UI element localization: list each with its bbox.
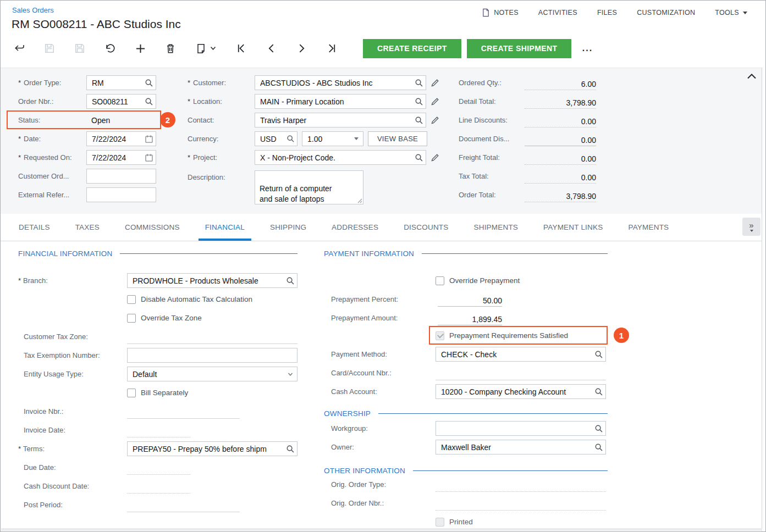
tab-commissions[interactable]: COMMISSIONS [112, 214, 192, 241]
cash-account-field[interactable]: 10200 - Company Checking Account [436, 384, 606, 399]
tab-taxes[interactable]: TAXES [63, 214, 112, 241]
prepayment-amount-field[interactable]: 1,899.45 [438, 311, 502, 325]
search-icon[interactable] [415, 79, 423, 87]
delete-button[interactable] [161, 38, 180, 58]
search-icon[interactable] [594, 387, 603, 396]
tab-addresses[interactable]: ADDRESSES [319, 214, 391, 241]
terms-field[interactable]: PREPAY50 - Prepay 50% before shipm [127, 441, 297, 456]
owner-label: Owner: [324, 443, 436, 451]
tab-shipping[interactable]: SHIPPING [257, 214, 319, 241]
edit-pencil-icon[interactable] [431, 97, 439, 106]
workgroup-field[interactable] [436, 421, 606, 436]
contact-label: Contact: [181, 116, 255, 124]
tab-details[interactable]: DETAILS [6, 214, 63, 241]
date-field[interactable]: 7/22/2024 [86, 131, 156, 146]
vertical-scrollbar[interactable] [762, 68, 765, 531]
go-first-button[interactable] [231, 38, 251, 58]
menu-activities[interactable]: ACTIVITIES [538, 9, 577, 16]
customer-order-field[interactable] [86, 169, 156, 184]
collapse-summary-button[interactable] [746, 73, 757, 80]
chevron-down-icon [210, 46, 216, 51]
chevron-down-icon [750, 230, 753, 232]
menu-files[interactable]: FILES [597, 9, 617, 16]
go-next-button[interactable] [291, 38, 311, 58]
tab-discounts[interactable]: DISCOUNTS [391, 214, 461, 241]
due-date-label: Due Date: [18, 463, 127, 472]
create-receipt-button[interactable]: CREATE RECEIPT [363, 39, 461, 58]
menu-tools[interactable]: TOOLS [715, 9, 747, 16]
create-shipment-button[interactable]: CREATE SHIPMENT [467, 39, 572, 58]
invoice-date-field [127, 423, 190, 437]
tab-financial[interactable]: FINANCIAL [192, 214, 257, 241]
view-base-button[interactable]: VIEW BASE [368, 131, 427, 146]
search-icon[interactable] [594, 424, 603, 433]
edit-pencil-icon[interactable] [431, 153, 439, 162]
search-icon[interactable] [145, 79, 153, 87]
project-field[interactable]: X - Non-Project Code. [255, 150, 426, 165]
tab-payments[interactable]: PAYMENTS [615, 214, 681, 241]
workgroup-label: Workgroup: [324, 424, 436, 433]
search-icon[interactable] [286, 445, 295, 453]
contact-field[interactable]: Travis Harper [255, 113, 426, 128]
requested-on-field[interactable]: 7/22/2024 [86, 150, 156, 165]
bill-separately-checkbox[interactable] [127, 389, 136, 397]
more-actions-button[interactable]: ... [577, 39, 598, 58]
tab-payment-links[interactable]: PAYMENT LINKS [531, 214, 615, 241]
payment-method-field[interactable]: CHECK - Check [436, 347, 606, 362]
override-prepayment-checkbox[interactable] [436, 276, 444, 285]
go-last-button[interactable] [322, 38, 341, 58]
horizontal-scrollbar[interactable] [1, 528, 762, 531]
external-reference-field[interactable] [86, 187, 156, 202]
invoice-nbr-label: Invoice Nbr.: [18, 407, 127, 415]
calendar-icon[interactable] [145, 135, 153, 143]
cash-account-label: Cash Account: [324, 387, 436, 396]
top-menu: NOTES ACTIVITIES FILES CUSTOMIZATION TOO… [482, 8, 747, 17]
search-icon[interactable] [594, 350, 603, 359]
search-icon[interactable] [145, 97, 153, 106]
order-nbr-field[interactable]: SO008211 [86, 94, 156, 109]
ownership-header: OWNERSHIP [324, 409, 371, 418]
post-period-field[interactable] [127, 497, 240, 512]
location-field[interactable]: MAIN - Primary Location [255, 94, 426, 109]
breadcrumb[interactable]: Sales Orders [12, 6, 54, 14]
entity-usage-type-dropdown[interactable]: Default [127, 367, 297, 381]
double-chevron-right-icon: » [749, 222, 753, 229]
override-tax-zone-checkbox[interactable] [127, 314, 136, 323]
search-icon[interactable] [286, 135, 295, 143]
tab-shipments[interactable]: SHIPMENTS [461, 214, 531, 241]
search-icon[interactable] [286, 276, 295, 285]
section-rule [413, 470, 608, 471]
save-close-button[interactable] [40, 38, 59, 58]
owner-field[interactable]: Maxwell Baker [436, 440, 606, 455]
customer-tax-zone-field[interactable] [127, 329, 297, 344]
tax-exemption-number-field[interactable] [127, 348, 297, 363]
disable-automatic-tax-label: Disable Automatic Tax Calculation [141, 295, 252, 303]
disable-automatic-tax-checkbox[interactable] [127, 295, 136, 304]
copy-paste-button[interactable] [191, 38, 221, 58]
invoice-nbr-field[interactable] [127, 404, 240, 419]
cash-discount-date-label: Cash Discount Date: [18, 482, 127, 490]
back-button[interactable] [9, 38, 29, 58]
menu-customization[interactable]: CUSTOMIZATION [637, 9, 695, 16]
cancel-undo-button[interactable] [100, 38, 120, 58]
search-icon[interactable] [415, 97, 423, 106]
expand-tabs-button[interactable]: » [742, 218, 761, 236]
order-type-field[interactable]: RM [86, 75, 156, 90]
branch-field[interactable]: PRODWHOLE - Products Wholesale [127, 273, 297, 288]
menu-notes[interactable]: NOTES [482, 8, 519, 17]
description-textarea[interactable]: Return of a computer and sale of laptops [255, 170, 363, 204]
calendar-icon[interactable] [145, 153, 153, 162]
currency-code-field[interactable]: USD [255, 131, 297, 146]
orig-order-nbr-label: Orig. Order Nbr.: [324, 499, 436, 507]
edit-pencil-icon[interactable] [431, 79, 439, 87]
currency-rate-dropdown[interactable]: 1.00 [302, 131, 363, 146]
prepayment-percent-field[interactable]: 50.00 [438, 292, 502, 307]
search-icon[interactable] [415, 153, 423, 162]
go-previous-button[interactable] [261, 38, 281, 58]
customer-field[interactable]: ABCSTUDIOS - ABC Studios Inc [255, 75, 426, 90]
add-new-button[interactable] [130, 38, 150, 58]
edit-pencil-icon[interactable] [431, 116, 439, 125]
search-icon[interactable] [594, 443, 603, 452]
search-icon[interactable] [415, 116, 423, 125]
save-button[interactable] [70, 38, 90, 58]
